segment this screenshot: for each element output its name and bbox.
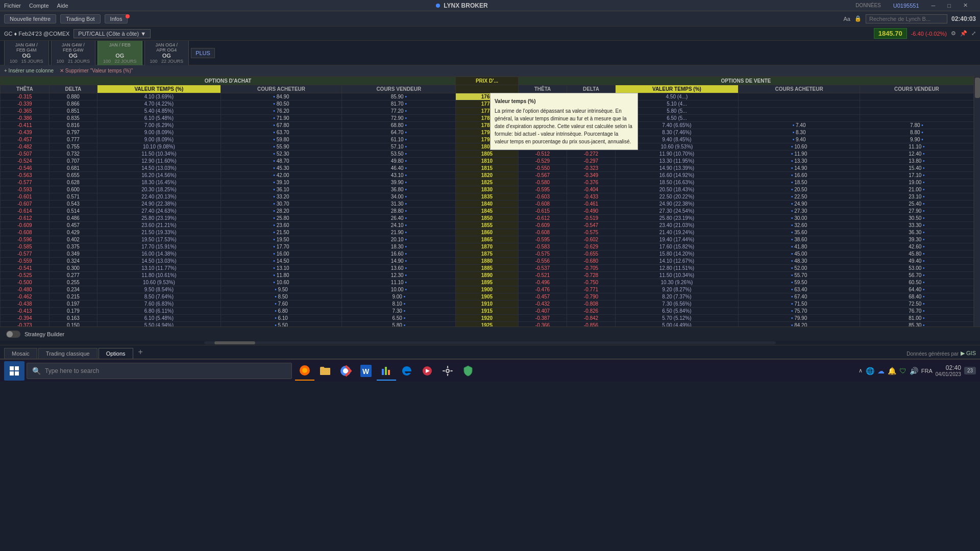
menu-aide[interactable]: Aide (57, 3, 68, 9)
strike-cell[interactable]: 1815 (456, 165, 518, 172)
window-minimize[interactable]: ─ (932, 3, 936, 9)
remove-col-btn[interactable]: ✕ Supprimer "Valeur temps (%)" (60, 68, 133, 73)
table-row[interactable]: -0.439 0.797 9.00 (8.09%) • 63.70 64.70 … (1, 129, 974, 136)
table-row[interactable]: -0.394 0.163 6.10 (5.48%) • 6.10 6.50 • … (1, 315, 974, 322)
settings-icon[interactable]: ⚙ (951, 30, 956, 37)
taskbar-app-security[interactable] (458, 361, 478, 381)
plus-btn[interactable]: PLUS (191, 48, 215, 58)
infos-btn[interactable]: Infos (105, 14, 128, 23)
antivirus-icon[interactable]: 🛡 (899, 367, 906, 375)
table-row[interactable]: -0.500 0.255 10.60 (9.53%) • 10.60 11.10… (1, 279, 974, 286)
table-row[interactable]: -0.601 0.571 22.40 (20.13%) • 33.20 34.0… (1, 193, 974, 201)
menu-compte[interactable]: Compte (29, 3, 49, 9)
strike-cell[interactable]: 1840 (456, 201, 518, 208)
window-close[interactable]: ✕ (963, 2, 968, 9)
onedrive-icon[interactable]: ☁ (877, 367, 885, 375)
volume-icon[interactable]: 🔊 (910, 367, 918, 375)
table-row[interactable]: -0.593 0.600 20.30 (18.25%) • 36.10 36.8… (1, 186, 974, 193)
strike-cell[interactable]: 1845 (456, 208, 518, 215)
table-row[interactable]: -0.482 0.755 10.10 (9.08%) • 55.90 57.10… (1, 143, 974, 151)
strike-cell[interactable]: 1810 (456, 158, 518, 165)
table-row[interactable]: -0.411 0.816 7.00 (6.29%) • 67.80 68.80 … (1, 122, 974, 129)
table-row[interactable]: -0.457 0.777 9.00 (8.09%) • 59.80 61.10 … (1, 136, 974, 143)
network-icon[interactable]: 🌐 (866, 367, 874, 375)
strike-cell[interactable]: 1905 (456, 293, 518, 300)
taskbar-app-settings[interactable] (438, 361, 457, 381)
expiry-jan-g4m[interactable]: JAN G4M / FEB G4M OG 100 15 JOURS (4, 40, 49, 66)
tab-trading-classique[interactable]: Trading classique (38, 348, 97, 359)
table-row[interactable]: -0.608 0.429 21.50 (19.33%) • 21.50 21.9… (1, 229, 974, 236)
table-row[interactable]: -0.365 0.851 5.40 (4.85%) • 76.20 77.20 … (1, 108, 974, 115)
table-row[interactable]: -0.438 0.197 7.60 (6.83%) • 7.60 8.10 • … (1, 300, 974, 308)
window-maximize[interactable]: □ (947, 3, 951, 9)
toggle-switch[interactable] (6, 331, 20, 338)
strike-cell[interactable]: 1890 (456, 272, 518, 279)
taskbar-app-edge[interactable] (397, 361, 416, 381)
taskbar-search[interactable]: 🔍 Type here to search (27, 363, 292, 379)
table-row[interactable]: -0.577 0.628 18.30 (16.45%) • 39.10 39.9… (1, 179, 974, 186)
taskbar-app-media[interactable] (418, 361, 437, 381)
strike-cell[interactable]: 1880 (456, 258, 518, 265)
clock-display[interactable]: 02:40 04/01/2023 (936, 364, 961, 377)
trading-bot-btn[interactable]: Trading Bot (60, 14, 100, 23)
put-call-dropdown[interactable]: PUT/CALL (Côte à côte) ▼ (74, 29, 151, 38)
notification-center-btn[interactable]: 23 (964, 367, 976, 374)
table-row[interactable]: -0.462 0.215 8.50 (7.64%) • 8.50 9.00 • … (1, 293, 974, 300)
scroll-track[interactable] (974, 77, 980, 327)
strike-cell[interactable]: 1860 (456, 229, 518, 236)
table-row[interactable]: -0.541 0.300 13.10 (11.77%) • 13.10 13.6… (1, 265, 974, 272)
search-input[interactable] (866, 14, 947, 23)
table-row[interactable]: -0.373 0.150 5.50 (4.94%) • 5.50 5.80 • … (1, 322, 974, 327)
table-row[interactable]: -0.609 0.457 23.60 (21.21%) • 23.60 24.1… (1, 222, 974, 229)
strike-cell[interactable]: 1805 (456, 151, 518, 158)
strike-cell[interactable]: 1915 (456, 308, 518, 315)
nouvelle-fenetre-btn[interactable]: Nouvelle fenêtre (4, 14, 56, 23)
strike-cell[interactable]: 1865 (456, 236, 518, 243)
table-row[interactable]: -0.315 0.880 4.10 (3.69%) • 84.90 85.90 … (1, 93, 974, 101)
taskbar-app-word[interactable]: W (356, 361, 376, 381)
expiry-jan-g4w[interactable]: JAN G4W / FEB G4W OG 100 21 JOURS (51, 40, 96, 66)
tab-mosaic[interactable]: Mosaic (4, 348, 37, 359)
table-row[interactable]: -0.546 0.681 14.50 (13.03%) • 45.30 46.4… (1, 165, 974, 172)
table-row[interactable]: -0.612 0.486 25.80 (23.19%) • 25.80 26.4… (1, 215, 974, 222)
table-row[interactable]: -0.413 0.179 6.80 (6.11%) • 6.80 7.30 • … (1, 308, 974, 315)
table-row[interactable]: -0.585 0.375 17.70 (15.91%) • 17.70 18.3… (1, 243, 974, 251)
table-row[interactable]: -0.386 0.835 6.10 (5.48%) • 71.90 72.90 … (1, 115, 974, 122)
table-row[interactable]: -0.524 0.707 12.90 (11.60%) • 48.70 49.8… (1, 158, 974, 165)
strike-cell[interactable]: 1885 (456, 265, 518, 272)
h-scroll-bar[interactable] (204, 341, 776, 344)
chevron-up-icon[interactable]: ∧ (859, 367, 863, 374)
font-btn[interactable]: Aa (843, 16, 850, 22)
table-row[interactable]: -0.559 0.324 14.50 (13.03%) • 14.50 14.9… (1, 258, 974, 265)
strike-cell[interactable]: 1850 (456, 215, 518, 222)
table-row[interactable]: -0.607 0.543 24.90 (22.38%) • 30.70 31.3… (1, 201, 974, 208)
strike-cell[interactable]: 1900 (456, 286, 518, 293)
table-row[interactable]: -0.525 0.277 11.80 (10.61%) • 11.80 12.3… (1, 272, 974, 279)
strike-cell[interactable]: 1910 (456, 300, 518, 308)
taskbar-app-chrome[interactable] (336, 361, 355, 381)
expand-icon[interactable]: ⤢ (971, 30, 976, 37)
table-row[interactable]: -0.577 0.349 16.00 (14.38%) • 16.00 16.6… (1, 251, 974, 258)
tab-options[interactable]: Options (99, 348, 133, 359)
pin-icon[interactable]: 📌 (960, 30, 967, 37)
strike-cell[interactable]: 1855 (456, 222, 518, 229)
taskbar-app-folder[interactable] (315, 361, 335, 381)
table-row[interactable]: -0.596 0.402 19.50 (17.53%) • 19.50 20.1… (1, 236, 974, 243)
table-row[interactable]: -0.614 0.514 27.40 (24.63%) • 28.20 28.8… (1, 208, 974, 215)
strike-cell[interactable]: 1925 (456, 322, 518, 327)
expiry-jan-feb[interactable]: JAN / FEB OG 100 22 JOURS (97, 40, 142, 66)
strike-cell[interactable]: 1825 (456, 179, 518, 186)
strike-cell[interactable]: 1820 (456, 172, 518, 179)
table-row[interactable]: -0.563 0.655 16.20 (14.56%) • 42.00 43.1… (1, 172, 974, 179)
table-row[interactable]: -0.339 0.866 4.70 (4.22%) • 80.50 81.70 … (1, 101, 974, 108)
strike-cell[interactable]: 1835 (456, 193, 518, 201)
strike-cell[interactable]: 1830 (456, 186, 518, 193)
strike-cell[interactable]: 1920 (456, 315, 518, 322)
table-row[interactable]: -0.507 0.732 11.50 (10.34%) • 52.30 53.5… (1, 151, 974, 158)
taskbar-app-stats[interactable] (377, 361, 396, 381)
expiry-jan-og4[interactable]: JAN OG4 / APR OG4 OG 100 22 JOURS (144, 40, 189, 66)
lock-icon[interactable]: 🔒 (854, 15, 862, 22)
tab-add-btn[interactable]: + (134, 345, 147, 359)
insert-col-btn[interactable]: + Insérer une colonne (4, 68, 54, 73)
strike-cell[interactable]: 1875 (456, 251, 518, 258)
